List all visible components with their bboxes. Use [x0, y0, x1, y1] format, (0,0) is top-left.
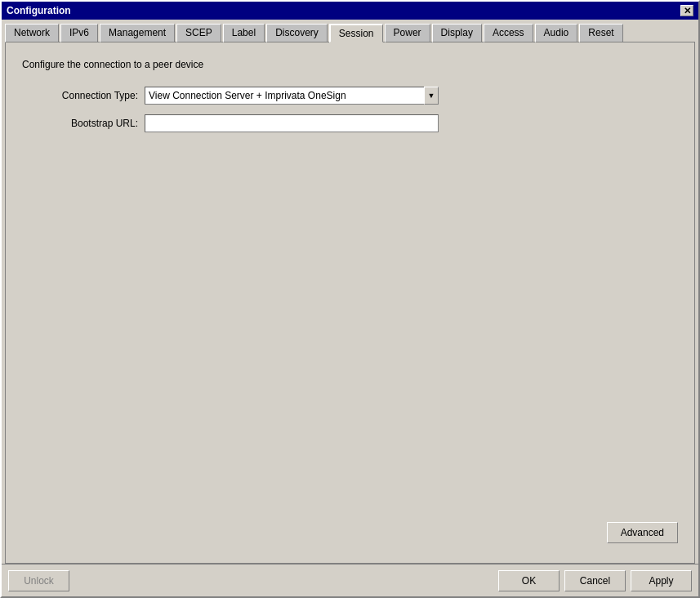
tab-management[interactable]: Management — [100, 24, 175, 42]
bootstrap-url-control — [145, 114, 678, 132]
connection-type-select-wrapper: View Connection Server + Imprivata OneSi… — [145, 87, 439, 105]
session-description: Configure the connection to a peer devic… — [22, 59, 678, 70]
tab-session[interactable]: Session — [329, 24, 383, 42]
tab-content-session: Configure the connection to a peer devic… — [5, 42, 695, 564]
window-title: Configuration — [7, 5, 71, 16]
title-bar: Configuration ✕ — [2, 2, 698, 20]
tab-power[interactable]: Power — [385, 24, 430, 42]
close-button[interactable]: ✕ — [680, 5, 693, 16]
connection-type-select[interactable]: View Connection Server + Imprivata OneSi… — [145, 87, 439, 105]
connection-type-row: Connection Type: View Connection Server … — [22, 87, 678, 105]
bootstrap-url-label: Bootstrap URL: — [22, 118, 145, 129]
connection-type-control: View Connection Server + Imprivata OneSi… — [145, 87, 678, 105]
bootstrap-url-input[interactable] — [145, 114, 439, 132]
tab-network[interactable]: Network — [5, 24, 59, 42]
cancel-button[interactable]: Cancel — [564, 570, 626, 591]
tab-audio[interactable]: Audio — [535, 24, 578, 42]
bottom-left: Unlock — [8, 570, 69, 591]
unlock-button[interactable]: Unlock — [8, 570, 69, 591]
bottom-bar: Unlock OK Cancel Apply — [2, 564, 698, 596]
main-window: Configuration ✕ Network IPv6 Management … — [0, 0, 700, 598]
form-area: Connection Type: View Connection Server … — [22, 87, 678, 132]
advanced-button[interactable]: Advanced — [607, 522, 678, 543]
advanced-row: Advanced — [22, 522, 678, 543]
tab-reset[interactable]: Reset — [579, 24, 622, 42]
content-spacer — [22, 132, 678, 514]
tab-label[interactable]: Label — [223, 24, 265, 42]
bootstrap-url-row: Bootstrap URL: — [22, 114, 678, 132]
tab-scep[interactable]: SCEP — [176, 24, 221, 42]
ok-button[interactable]: OK — [498, 570, 560, 591]
tab-ipv6[interactable]: IPv6 — [60, 24, 98, 42]
tab-display[interactable]: Display — [432, 24, 482, 42]
tab-bar: Network IPv6 Management SCEP Label Disco… — [2, 20, 698, 42]
bottom-right: OK Cancel Apply — [498, 570, 692, 591]
connection-type-label: Connection Type: — [22, 90, 145, 101]
tab-discovery[interactable]: Discovery — [266, 24, 328, 42]
apply-button[interactable]: Apply — [631, 570, 692, 591]
tab-access[interactable]: Access — [484, 24, 533, 42]
